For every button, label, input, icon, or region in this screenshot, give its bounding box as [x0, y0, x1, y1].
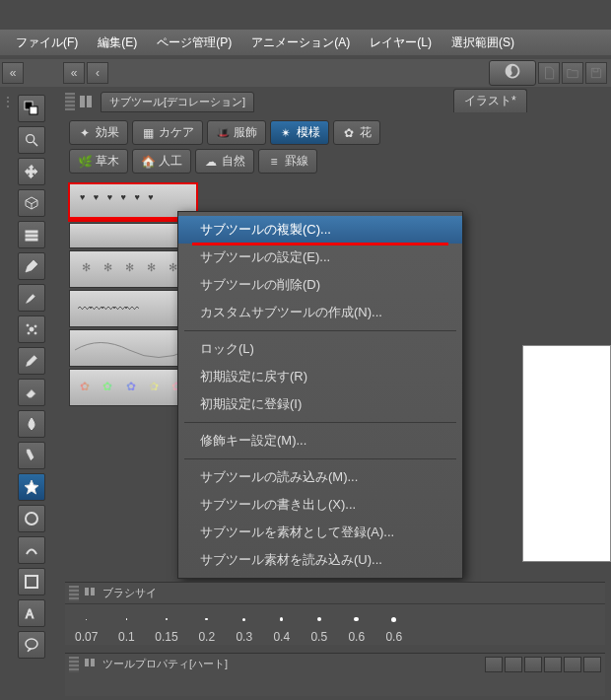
ctx-separator	[184, 330, 456, 331]
correct-tool-icon[interactable]	[18, 536, 45, 564]
document-tab[interactable]: イラスト*	[453, 89, 527, 112]
ctx-register-default[interactable]: 初期設定に登録(I)	[178, 390, 462, 418]
prop-action-icon[interactable]	[505, 657, 522, 672]
nav-back-icon[interactable]: ‹	[87, 62, 108, 84]
svg-point-9	[34, 325, 36, 327]
new-file-icon[interactable]	[538, 62, 560, 84]
nav-collapse-left2-icon[interactable]: «	[63, 62, 85, 84]
ctx-reset-default[interactable]: 初期設定に戻す(R)	[178, 363, 462, 390]
move-tool-icon[interactable]	[18, 158, 45, 185]
context-menu: サブツールの複製(C)... サブツールの設定(E)... サブツールの削除(D…	[177, 211, 463, 579]
svg-rect-4	[26, 231, 37, 233]
lines-icon: ≡	[267, 155, 281, 169]
panel-grip-icon[interactable]	[69, 657, 79, 672]
ctx-import-material[interactable]: サブツール素材を読み込み(U)...	[178, 546, 462, 574]
decoration-tool-icon[interactable]	[18, 473, 45, 501]
ctx-export-subtool[interactable]: サブツールの書き出し(X)...	[178, 491, 462, 519]
category-hatching[interactable]: ▦カケア	[132, 120, 203, 145]
ctx-duplicate-subtool[interactable]: サブツールの複製(C)...	[178, 216, 462, 244]
svg-point-7	[30, 327, 34, 331]
nav-strip: « « ‹	[0, 59, 611, 87]
menu-selection[interactable]: 選択範囲(S)	[441, 31, 524, 55]
operation-tool-icon[interactable]	[18, 189, 45, 217]
prop-action-icon[interactable]	[544, 657, 562, 672]
ctx-import-subtool[interactable]: サブツールの読み込み(M)...	[178, 463, 462, 491]
ctx-subtool-settings[interactable]: サブツールの設定(E)...	[178, 244, 462, 271]
open-file-icon[interactable]	[562, 62, 583, 84]
brush-size-label: 0.07	[75, 630, 98, 644]
ctx-modifier-key[interactable]: 修飾キー設定(M)...	[178, 427, 462, 455]
svg-text:A: A	[26, 607, 34, 621]
panel-grip-icon[interactable]	[65, 93, 75, 110]
ctx-register-material[interactable]: サブツールを素材として登録(A)...	[178, 519, 462, 546]
svg-point-15	[26, 639, 37, 649]
canvas[interactable]	[522, 345, 611, 562]
brush-size-item[interactable]: 0.1	[117, 610, 135, 644]
menu-layer[interactable]: レイヤー(L)	[360, 31, 441, 55]
brush-size-item[interactable]: 0.07	[75, 610, 98, 644]
airbrush-tool-icon[interactable]	[18, 315, 45, 343]
svg-rect-19	[91, 588, 95, 595]
brush-size-item[interactable]: 0.6	[385, 610, 403, 644]
ctx-delete-subtool[interactable]: サブツールの削除(D)	[178, 271, 462, 299]
category-ruled[interactable]: ≡罫線	[258, 149, 317, 174]
prop-action-icon[interactable]	[564, 657, 581, 672]
menu-anim[interactable]: アニメーション(A)	[241, 31, 360, 55]
dot-tool-icon[interactable]	[18, 505, 45, 532]
nav-collapse-left-icon[interactable]: «	[2, 62, 24, 84]
svg-rect-16	[80, 96, 85, 107]
brush-size-panel: ブラシサイ 0.07 0.1 0.15 0.2 0.3 0.4 0.5 0.6 …	[65, 582, 605, 645]
brush-size-item[interactable]: 0.3	[236, 610, 253, 644]
brush-size-item[interactable]: 0.6	[348, 610, 366, 644]
brush-size-item[interactable]: 0.15	[155, 610, 177, 644]
subtool-panel-title[interactable]: サブツール[デコレーション]	[101, 92, 254, 112]
tool-palette: A	[6, 89, 57, 659]
category-plants[interactable]: 🌿草木	[69, 149, 128, 174]
svg-point-10	[28, 332, 30, 334]
toolprop-icon	[83, 656, 99, 672]
brush-size-item[interactable]: 0.2	[198, 610, 216, 644]
panel-grip-icon[interactable]	[69, 586, 79, 601]
eraser-tool-icon[interactable]	[18, 379, 45, 406]
figure-tool-icon[interactable]	[18, 568, 45, 595]
svg-rect-1	[30, 106, 37, 114]
zoom-tool-icon[interactable]	[18, 126, 45, 154]
marker-tool-icon[interactable]	[18, 442, 45, 469]
pen-tool-icon[interactable]	[18, 252, 45, 280]
category-flower[interactable]: ✿花	[333, 120, 380, 145]
category-effect[interactable]: ✦効果	[69, 120, 128, 145]
brush-size-label: 0.6	[385, 630, 402, 644]
blend-tool-icon[interactable]	[18, 410, 45, 438]
balloon-tool-icon[interactable]	[18, 631, 45, 659]
category-artificial[interactable]: 🏠人工	[132, 149, 191, 174]
svg-rect-18	[85, 588, 89, 595]
color-tool-icon[interactable]	[18, 95, 45, 122]
brush-size-item[interactable]: 0.5	[310, 610, 328, 644]
menu-edit[interactable]: 編集(E)	[88, 31, 147, 55]
brush-tool-icon[interactable]	[18, 284, 45, 312]
svg-point-11	[34, 332, 36, 334]
text-tool-icon[interactable]: A	[18, 599, 45, 627]
brush-size-label: 0.6	[348, 630, 365, 644]
category-nature[interactable]: ☁自然	[195, 149, 254, 174]
brush-size-item[interactable]: 0.4	[273, 610, 291, 644]
pencil-tool-icon[interactable]	[18, 347, 45, 375]
prop-action-icon[interactable]	[524, 657, 542, 672]
menubar: ファイル(F) 編集(E) ページ管理(P) アニメーション(A) レイヤー(L…	[0, 30, 611, 55]
tool-property-title: ツールプロパティ[ハート]	[102, 657, 228, 671]
ctx-custom-subtool[interactable]: カスタムサブツールの作成(N)...	[178, 299, 462, 326]
sparkle-icon: ✦	[78, 126, 92, 140]
prop-action-icon[interactable]	[583, 657, 601, 672]
category-pattern[interactable]: ✴模様	[270, 120, 329, 145]
brush-size-label: 0.2	[198, 630, 215, 644]
ctx-separator	[184, 458, 456, 459]
save-file-icon[interactable]	[585, 62, 607, 84]
menu-page[interactable]: ページ管理(P)	[147, 31, 241, 55]
category-label: 自然	[222, 153, 245, 170]
brush-size-label: 0.1	[118, 630, 135, 644]
ctx-lock[interactable]: ロック(L)	[178, 335, 462, 363]
prop-action-icon[interactable]	[485, 657, 503, 672]
sublayer-tool-icon[interactable]	[18, 221, 45, 248]
category-clothing[interactable]: 🎩服飾	[207, 120, 266, 145]
menu-file[interactable]: ファイル(F)	[6, 31, 88, 55]
